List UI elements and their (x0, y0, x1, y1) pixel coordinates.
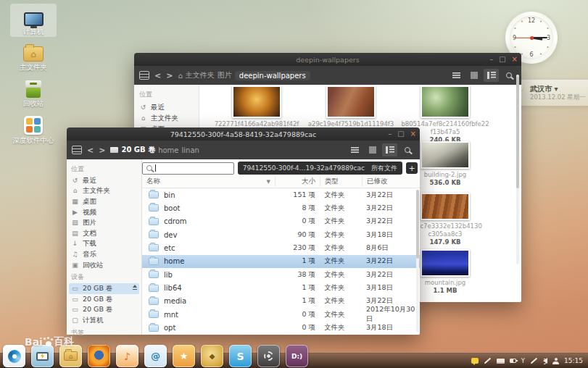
breadcrumb-home[interactable]: 主文件夹 (186, 70, 215, 80)
breadcrumb-user[interactable]: linan (182, 146, 199, 154)
sidebar-device-computer[interactable]: ▢计算机 (71, 315, 137, 326)
sidebar-item-home[interactable]: ⌂主文件夹 (139, 113, 194, 124)
city-selector[interactable]: 武汉市 ▾ (530, 84, 558, 94)
forward-button[interactable]: > (166, 72, 173, 80)
close-button[interactable]: × (512, 56, 518, 63)
icon-view-button[interactable] (466, 69, 481, 82)
table-row-selected[interactable]: home 1 项 文件夹 3月22日 (142, 255, 420, 268)
scrollbar-thumb[interactable] (416, 190, 419, 259)
filter-tab[interactable]: 79412550-300f-4…19-32a479889cac 所有文件 (238, 162, 402, 175)
add-tab-button[interactable]: + (406, 162, 418, 174)
table-row[interactable]: lib64 1 项 文件夹 3月18日 (142, 281, 420, 294)
search-button[interactable] (399, 143, 415, 156)
messages-icon[interactable] (471, 358, 479, 364)
dock-deepin-games-icon[interactable]: D:) (286, 345, 308, 367)
tray-clock[interactable]: 15:15 (564, 357, 583, 364)
filter-all-files[interactable]: 所有文件 (371, 164, 397, 173)
column-type[interactable]: 类型 (320, 177, 362, 186)
menu-icon[interactable] (139, 71, 149, 80)
desktop-icon-trash[interactable]: 回收站 (10, 78, 57, 107)
weather-date: 2013.12.02 星期一 (530, 93, 586, 102)
list-view-button[interactable] (347, 143, 363, 156)
battery-icon[interactable] (510, 359, 516, 363)
folder-icon (149, 204, 159, 212)
dock-firefox-icon[interactable] (88, 345, 110, 367)
sidebar-item-videos[interactable]: ▶视频 (71, 207, 137, 218)
list-view-button[interactable] (449, 69, 464, 82)
search-button[interactable] (501, 69, 516, 82)
dock-feedback-icon[interactable]: ◆ (201, 345, 223, 367)
column-size[interactable]: 大小 (275, 177, 320, 186)
detail-view-button[interactable] (382, 143, 397, 156)
table-row[interactable]: mnt 0 项 文件夹 2012年10月30日 (142, 308, 420, 322)
titlebar[interactable]: 79412550-300f-4a58-8419-32a479889cac – □… (67, 127, 420, 141)
dock-deepin-launcher-icon[interactable] (3, 345, 25, 367)
dgames-label: D:) (291, 353, 302, 360)
breadcrumb-volume[interactable]: 20 GB 卷 (121, 145, 155, 155)
breadcrumb-pictures[interactable]: 图片 (218, 70, 232, 80)
dock-deepin-music-icon[interactable]: ♪ (116, 345, 138, 367)
sidebar-device-volume-1[interactable]: ▭20 GB 卷 (69, 283, 139, 294)
dock-game-center-icon[interactable]: ★ (173, 345, 195, 367)
sidebar-item-music[interactable]: ♫音乐 (71, 249, 137, 260)
download-icon: ↓ (71, 241, 79, 247)
table-row[interactable]: etc 230 项 文件夹 8月6日 (142, 241, 420, 254)
folder-icon: ⌂ (64, 351, 78, 361)
maximize-button[interactable]: □ (397, 130, 404, 138)
sidebar-item-downloads[interactable]: ↓下载 (71, 239, 137, 250)
scrollbar-thumb[interactable] (516, 76, 519, 188)
back-button[interactable]: < (154, 72, 161, 80)
keyboard-icon[interactable] (497, 359, 505, 364)
clock-tick (547, 28, 549, 30)
back-button[interactable]: < (87, 146, 94, 154)
column-name[interactable]: 名称 (146, 177, 160, 186)
sidebar-item-documents[interactable]: ▤文档 (71, 228, 137, 239)
forward-button[interactable]: > (99, 146, 105, 154)
maximize-button[interactable]: □ (499, 56, 505, 63)
sidebar-item-trash[interactable]: ▣回收站 (71, 260, 137, 271)
table-row[interactable]: opt 0 项 文件夹 3月18日 (142, 322, 420, 335)
table-row[interactable]: boot 8 项 文件夹 3月22日 (142, 201, 420, 214)
drive-icon: ▭ (71, 285, 79, 292)
sidebar-item-home[interactable]: ⌂主文件夹 (71, 186, 137, 197)
desktop-icon-home-folder[interactable]: ⌂ 主文件夹 (10, 41, 57, 71)
desktop-icon-label: 回收站 (10, 99, 57, 107)
eject-icon[interactable] (132, 285, 138, 290)
desktop-icon-computer[interactable]: 计算机 (10, 4, 57, 37)
minimize-button[interactable]: – (388, 130, 392, 138)
network-icon[interactable]: Y (521, 358, 525, 364)
scrollbar[interactable] (416, 190, 419, 332)
user-icon[interactable] (552, 358, 559, 364)
dock-media-player-icon[interactable]: @ (144, 345, 167, 367)
sidebar-item-recent[interactable]: ↺最近 (139, 102, 194, 113)
scrollbar[interactable] (516, 75, 519, 264)
table-row[interactable]: bin 151 项 文件夹 3月22日 (142, 188, 420, 201)
close-button[interactable]: × (410, 130, 416, 138)
volume-icon[interactable] (543, 358, 547, 364)
table-row[interactable]: lib 38 项 文件夹 3月22日 (142, 268, 420, 281)
input-method-icon[interactable] (484, 358, 492, 364)
titlebar[interactable]: deepin-wallpapers – □ × (134, 53, 521, 66)
table-row[interactable]: cdrom 0 项 文件夹 3月22日 (142, 215, 420, 228)
search-input[interactable] (142, 162, 234, 175)
sidebar-item-pictures[interactable]: ▨图片 (71, 217, 137, 228)
desktop-icon-software-center[interactable]: 深度软件中心 (10, 114, 57, 144)
sidebar-item-recent[interactable]: ↺最近 (71, 175, 137, 186)
menu-icon[interactable] (72, 146, 82, 154)
breadcrumb-home[interactable]: home (158, 146, 178, 154)
picture-icon: ▨ (71, 219, 79, 226)
minimize-button[interactable]: – (489, 56, 493, 63)
breadcrumb-current[interactable]: deepin-wallpapers (235, 71, 310, 80)
pen-icon[interactable] (531, 358, 538, 364)
icon-view-button[interactable] (365, 143, 380, 156)
table-row[interactable]: dev 90 项 文件夹 3月18日 (142, 228, 420, 241)
sidebar-device-volume-3[interactable]: ▭20 GB 卷 (71, 305, 137, 316)
sidebar-device-volume-2[interactable]: ▭20 GB 卷 (71, 294, 137, 305)
column-modified[interactable]: 已修改 (362, 177, 420, 186)
document-icon: ▤ (71, 230, 79, 237)
dock-settings-icon[interactable] (257, 345, 280, 367)
sidebar-item-desktop[interactable]: ▦桌面 (71, 196, 137, 207)
dock-skype-icon[interactable]: S (229, 345, 252, 367)
image-thumbnail (421, 85, 470, 118)
detail-view-button[interactable] (484, 69, 499, 82)
